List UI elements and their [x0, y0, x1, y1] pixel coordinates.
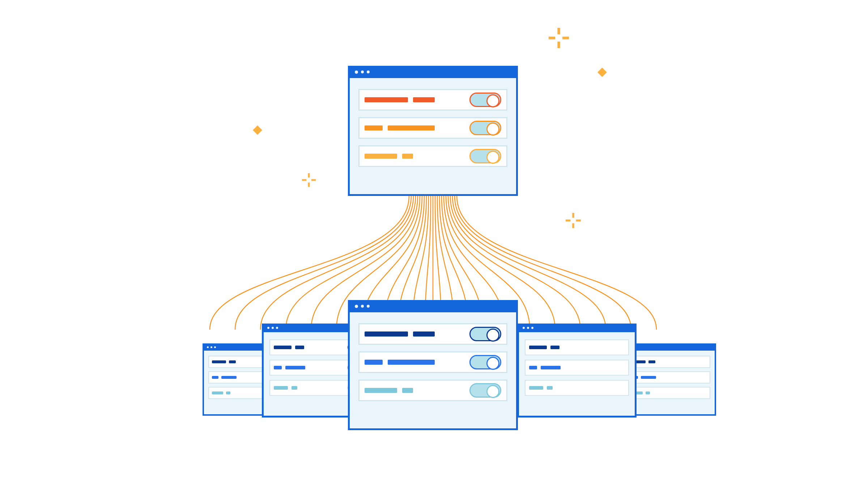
child-window-center [348, 300, 518, 430]
diamond-sparkle-icon [597, 68, 607, 77]
svg-marker-1 [253, 125, 262, 135]
window-dot-icon [523, 327, 525, 329]
window-dot-icon [367, 305, 370, 308]
settings-row [358, 351, 507, 373]
window-dot-icon [531, 327, 533, 329]
text-bar-icon [365, 97, 408, 102]
window-body [624, 351, 715, 414]
diagram-stage [0, 0, 868, 488]
text-bar-icon [402, 388, 413, 393]
settings-row [358, 89, 507, 111]
window-dot-icon [361, 70, 364, 73]
text-bar-icon [541, 366, 561, 369]
window-dot-icon [527, 327, 529, 329]
window-body [519, 332, 635, 416]
text-bar-icon [365, 125, 383, 130]
text-bar-icon [212, 376, 218, 379]
text-bar-icon [547, 386, 552, 390]
settings-row [525, 360, 629, 376]
settings-row [628, 371, 710, 384]
settings-row [358, 323, 507, 345]
text-bar-icon [365, 360, 383, 365]
text-bar-icon [226, 391, 230, 394]
toggle-switch[interactable] [469, 355, 501, 369]
window-dot-icon [367, 70, 370, 73]
source-window [348, 66, 518, 196]
settings-row [628, 387, 710, 399]
text-bar-icon [388, 125, 435, 130]
text-bar-icon [274, 386, 288, 390]
toggle-switch[interactable] [469, 327, 501, 341]
window-dot-icon [207, 346, 209, 348]
child-window-right2 [517, 324, 637, 418]
text-bar-icon [295, 346, 304, 349]
text-bar-icon [550, 346, 559, 349]
text-bar-icon [212, 360, 226, 363]
svg-marker-0 [597, 68, 607, 77]
text-bar-icon [641, 376, 656, 379]
text-bar-icon [274, 366, 282, 369]
window-titlebar [624, 343, 715, 351]
text-bar-icon [365, 154, 397, 159]
settings-row [358, 145, 507, 167]
text-bar-icon [365, 331, 408, 337]
diamond-sparkle-icon [253, 125, 262, 135]
text-bar-icon [529, 346, 547, 349]
settings-row [525, 339, 629, 355]
plus-sparkle-icon [302, 173, 316, 187]
window-dot-icon [361, 305, 364, 308]
window-body [350, 78, 516, 194]
window-dot-icon [272, 327, 274, 329]
text-bar-icon [365, 388, 397, 393]
text-bar-icon [212, 391, 223, 394]
window-dot-icon [355, 305, 358, 308]
window-body [350, 312, 516, 428]
text-bar-icon [292, 386, 297, 390]
text-bar-icon [402, 154, 413, 159]
window-dot-icon [214, 346, 216, 348]
text-bar-icon [529, 366, 537, 369]
settings-row [358, 380, 507, 401]
window-dot-icon [210, 346, 212, 348]
toggle-switch[interactable] [469, 149, 501, 163]
window-dot-icon [276, 327, 278, 329]
text-bar-icon [413, 331, 435, 337]
text-bar-icon [229, 360, 236, 363]
text-bar-icon [646, 391, 650, 394]
text-bar-icon [529, 386, 543, 390]
text-bar-icon [648, 360, 656, 363]
window-titlebar [350, 66, 516, 78]
toggle-switch[interactable] [469, 121, 501, 135]
window-titlebar [350, 300, 516, 312]
text-bar-icon [413, 97, 435, 102]
settings-row [525, 380, 629, 396]
window-dot-icon [355, 70, 358, 74]
window-titlebar [519, 324, 635, 332]
text-bar-icon [388, 360, 435, 365]
settings-row [358, 117, 507, 139]
toggle-switch[interactable] [469, 93, 501, 107]
text-bar-icon [285, 366, 305, 369]
text-bar-icon [221, 376, 237, 379]
plus-sparkle-icon [566, 213, 581, 228]
window-dot-icon [267, 327, 269, 329]
settings-row [628, 356, 710, 368]
toggle-switch[interactable] [469, 383, 501, 398]
plus-sparkle-icon [549, 28, 569, 48]
text-bar-icon [274, 346, 292, 349]
